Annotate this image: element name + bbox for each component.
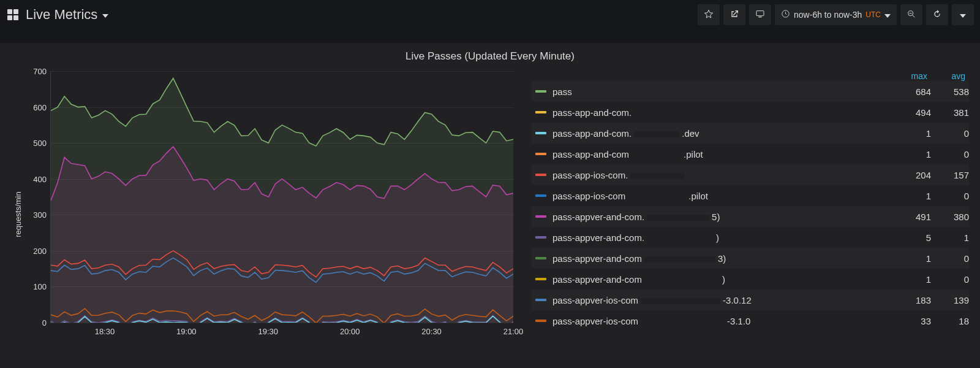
- monitor-icon: [755, 9, 765, 21]
- share-icon: [729, 9, 739, 21]
- legend-max-value: 1: [893, 191, 931, 201]
- legend-swatch: [535, 153, 546, 155]
- zoom-out-button[interactable]: [900, 4, 922, 25]
- svg-rect-0: [756, 10, 764, 15]
- legend-swatch: [535, 194, 546, 197]
- time-range-picker[interactable]: now-6h to now-3h UTC: [775, 4, 897, 25]
- legend-avg-value: 157: [931, 170, 969, 180]
- legend-max-value: 204: [893, 170, 931, 180]
- legend-series-name: pass-appver-and-com3): [552, 253, 893, 264]
- legend-row[interactable]: pass-appver-and-com.5)491380: [532, 206, 969, 227]
- legend-swatch: [535, 278, 546, 280]
- refresh-icon: [932, 9, 942, 21]
- legend-max-value: 5: [893, 232, 931, 243]
- chevron-down-icon: [102, 14, 108, 18]
- refresh-button[interactable]: [926, 4, 948, 25]
- panel-live-passes: Live Passes (Updated Every Minute) reque…: [0, 43, 980, 368]
- legend-max-value: 491: [893, 212, 931, 222]
- legend-max-value: 684: [893, 86, 931, 97]
- legend-swatch: [535, 90, 546, 93]
- legend-col-avg[interactable]: avg: [927, 71, 965, 81]
- legend-series-name: pass-app-ios-com.: [552, 170, 893, 180]
- utc-label: UTC: [865, 10, 881, 19]
- legend-avg-value: 0: [931, 128, 969, 139]
- legend-avg-value: 0: [931, 149, 969, 159]
- dashboard-header: Live Metrics now-6h to now-3h UTC: [0, 0, 980, 29]
- dashboard-title-picker[interactable]: Live Metrics: [26, 7, 108, 23]
- legend-max-value: 1: [893, 274, 931, 285]
- legend-avg-value: 139: [931, 295, 969, 305]
- legend-swatch: [535, 320, 546, 322]
- legend-series-name: pass: [552, 86, 893, 97]
- legend-avg-value: 0: [931, 191, 969, 201]
- tv-mode-button[interactable]: [749, 4, 771, 25]
- zoom-out-icon: [907, 9, 916, 21]
- legend-series-name: pass-appver-and-com): [552, 274, 893, 285]
- share-button[interactable]: [723, 4, 745, 25]
- legend-row[interactable]: pass684538: [532, 81, 969, 102]
- star-button[interactable]: [698, 4, 720, 25]
- y-axis-ticks: 0100200300400500600700: [24, 71, 50, 357]
- legend-max-value: 494: [893, 107, 931, 118]
- legend-row[interactable]: pass-appver-and-com)10: [532, 269, 969, 289]
- plot-area[interactable]: [50, 71, 513, 323]
- legend-row[interactable]: pass-appver-and-com3)10: [532, 248, 969, 269]
- legend-swatch: [535, 299, 546, 301]
- y-axis-label: requests/min: [13, 191, 23, 237]
- legend-row[interactable]: pass-appver-and-com.)51: [532, 227, 969, 248]
- time-range-label: now-6h to now-3h: [794, 10, 862, 20]
- legend-swatch: [535, 236, 546, 239]
- legend-avg-value: 380: [931, 212, 969, 222]
- legend-row[interactable]: pass-appver-ios-com-3.1.03318: [532, 310, 969, 331]
- legend-row[interactable]: pass-app-ios-com.pilot10: [532, 185, 969, 206]
- star-icon: [704, 9, 714, 21]
- legend-series-name: pass-appver-ios-com-3.0.12: [552, 295, 893, 305]
- legend-avg-value: 381: [931, 107, 969, 118]
- legend-max-value: 1: [893, 253, 931, 264]
- legend-avg-value: 1: [931, 232, 969, 243]
- legend-max-value: 1: [893, 149, 931, 159]
- legend-row[interactable]: pass-app-and-com.pilot10: [532, 144, 969, 164]
- legend-header: max avg: [532, 71, 969, 81]
- chart[interactable]: requests/min 0100200300400500600700 18:3…: [11, 71, 513, 357]
- legend-avg-value: 18: [931, 316, 969, 326]
- legend-series-name: pass-app-and-com..dev: [552, 128, 893, 139]
- dashboard-title: Live Metrics: [26, 7, 97, 23]
- legend-swatch: [535, 111, 546, 113]
- x-axis-ticks: 18:3019:0019:3020:0020:3021:00: [50, 327, 513, 338]
- legend-avg-value: 0: [931, 274, 969, 285]
- refresh-interval-picker[interactable]: [952, 4, 974, 25]
- grid-icon: [6, 8, 20, 21]
- legend-row[interactable]: pass-app-and-com.494381: [532, 102, 969, 123]
- legend-avg-value: 538: [931, 86, 969, 97]
- legend-col-max[interactable]: max: [889, 71, 927, 81]
- legend-max-value: 183: [893, 295, 931, 305]
- legend-series-name: pass-appver-ios-com-3.1.0: [552, 316, 893, 326]
- legend-max-value: 33: [893, 316, 931, 326]
- legend-swatch: [535, 132, 546, 134]
- legend-series-name: pass-appver-and-com.5): [552, 212, 893, 222]
- legend-row[interactable]: pass-app-and-com..dev10: [532, 123, 969, 144]
- legend-series-name: pass-app-and-com.pilot: [552, 149, 893, 159]
- legend: max avg pass684538pass-app-and-com.49438…: [513, 71, 969, 357]
- chevron-down-icon: [884, 14, 891, 18]
- legend-avg-value: 0: [931, 253, 969, 264]
- legend-row[interactable]: pass-app-ios-com.204157: [532, 164, 969, 185]
- legend-series-name: pass-app-ios-com.pilot: [552, 191, 893, 201]
- panel-title: Live Passes (Updated Every Minute): [11, 50, 969, 63]
- legend-swatch: [535, 215, 546, 218]
- legend-series-name: pass-app-and-com.: [552, 107, 893, 118]
- legend-series-name: pass-appver-and-com.): [552, 232, 893, 243]
- legend-swatch: [535, 257, 546, 259]
- legend-swatch: [535, 174, 546, 176]
- clock-icon: [781, 9, 790, 20]
- legend-row[interactable]: pass-appver-ios-com-3.0.12183139: [532, 289, 969, 310]
- legend-max-value: 1: [893, 128, 931, 139]
- chevron-down-icon: [960, 14, 966, 18]
